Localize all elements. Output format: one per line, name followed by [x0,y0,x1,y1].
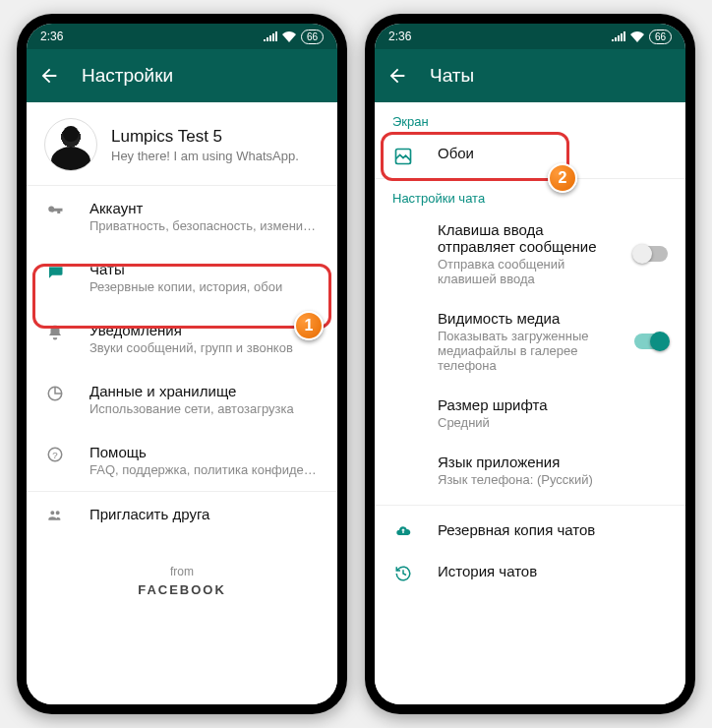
people-icon [44,506,66,523]
section-chat-settings: Настройки чата [375,179,685,210]
back-icon[interactable] [386,65,408,87]
chat-icon [44,261,66,280]
chats-item-language[interactable]: Язык приложения Язык телефона: (Русский) [375,442,685,499]
app-bar: Настройки [27,49,337,102]
status-bar: 2:36 66 [27,24,337,49]
key-icon [44,200,66,219]
chats-item-history[interactable]: История чатов [375,551,685,594]
chats-item-backup[interactable]: Резервная копия чатов [375,506,685,551]
item-label: Обои [438,145,668,161]
cloud-upload-icon [392,521,414,539]
chats-item-font-size[interactable]: Размер шрифта Средний [375,385,685,442]
footer-from: from [27,565,337,578]
phone-right: 2:36 66 Чаты Экран Обои Настройки чата [365,14,695,714]
status-right: 66 [264,30,324,44]
svg-text:?: ? [52,450,58,460]
settings-item-account[interactable]: Аккаунт Приватность, безопасность, измен… [27,186,337,247]
settings-content: Lumpics Test 5 Hey there! I am using Wha… [27,102,337,704]
settings-item-chats[interactable]: Чаты Резервные копии, история, обои [27,247,337,308]
signal-icon [612,31,625,41]
item-sub: Показывать загруженные медиафайлы в гале… [438,329,611,373]
item-sub: Приватность, безопасность, изменить номе… [89,218,320,233]
item-label: Видимость медиа [438,310,611,327]
phone-left: 2:36 66 Настройки Lumpics Test 5 Hey the… [17,14,347,714]
page-title: Чаты [430,65,474,87]
status-time: 2:36 [40,30,63,43]
battery-level: 66 [649,30,672,44]
wifi-icon [630,31,644,42]
status-time: 2:36 [388,30,411,43]
item-label: Данные и хранилище [89,383,320,399]
item-sub: Отправка сообщений клавишей ввода [438,257,611,286]
app-bar: Чаты [375,49,685,102]
item-label: Язык приложения [438,454,668,470]
status-right: 66 [612,30,672,44]
history-icon [392,563,414,582]
chats-item-enter-send[interactable]: Клавиша ввода отправляет сообщение Отпра… [375,210,685,298]
status-bar: 2:36 66 [375,24,685,49]
item-label: Помощь [89,444,320,460]
item-label: Резервная копия чатов [438,521,668,538]
bell-icon [44,322,66,341]
settings-item-notifications[interactable]: Уведомления Звуки сообщений, групп и зво… [27,308,337,369]
screen-right: 2:36 66 Чаты Экран Обои Настройки чата [375,24,685,704]
item-label: Аккаунт [89,200,320,216]
switch-enter-send[interactable] [634,246,668,262]
wifi-icon [282,31,296,42]
wallpaper-icon [392,145,414,166]
item-label: Чаты [89,261,320,277]
item-label: История чатов [438,563,668,579]
chats-item-media-visibility[interactable]: Видимость медиа Показывать загруженные м… [375,298,685,385]
item-label: Клавиша ввода отправляет сообщение [438,221,611,255]
help-icon: ? [44,444,66,463]
settings-item-help[interactable]: ? Помощь FAQ, поддержка, политика конфид… [27,430,337,491]
item-sub: FAQ, поддержка, политика конфиденциально… [89,462,320,477]
avatar [44,118,97,171]
settings-item-data[interactable]: Данные и хранилище Использование сети, а… [27,369,337,430]
item-sub: Использование сети, автозагрузка [89,401,320,416]
back-icon[interactable] [38,65,60,87]
item-label: Пригласить друга [89,506,320,522]
data-icon [44,383,66,402]
item-sub: Средний [438,415,668,430]
profile-row[interactable]: Lumpics Test 5 Hey there! I am using Wha… [27,102,337,185]
item-label: Размер шрифта [438,396,668,413]
profile-name: Lumpics Test 5 [111,127,299,147]
battery-level: 66 [301,30,324,44]
page-title: Настройки [82,65,173,87]
switch-media-visibility[interactable] [634,334,668,349]
signal-icon [264,31,277,41]
item-sub: Резервные копии, история, обои [89,279,320,294]
chats-settings-content: Экран Обои Настройки чата Клавиша ввода … [375,102,685,704]
section-screen: Экран [375,102,685,133]
footer-brand: FACEBOOK [27,582,337,597]
settings-item-invite[interactable]: Пригласить друга [27,492,337,537]
item-sub: Звуки сообщений, групп и звонков [89,340,320,355]
item-label: Уведомления [89,322,320,338]
screen-left: 2:36 66 Настройки Lumpics Test 5 Hey the… [27,24,337,704]
chats-item-wallpaper[interactable]: Обои [375,133,685,178]
profile-status: Hey there! I am using WhatsApp. [111,149,299,163]
item-sub: Язык телефона: (Русский) [438,472,668,487]
